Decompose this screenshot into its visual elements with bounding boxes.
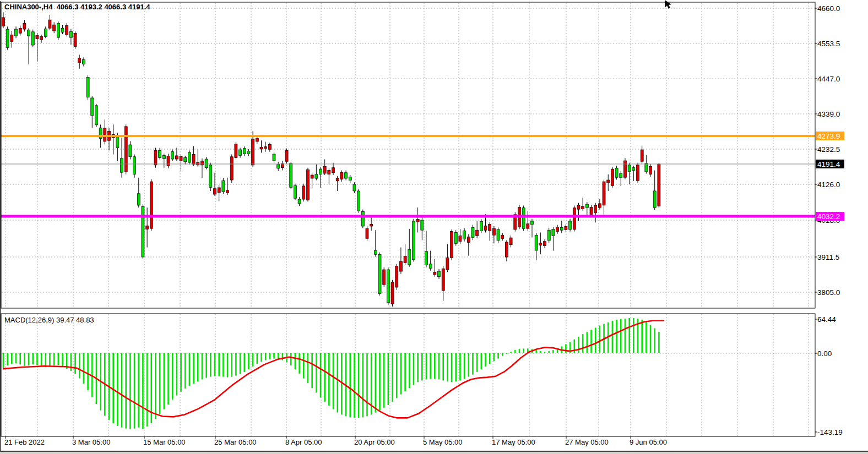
candle-body (302, 186, 305, 199)
candle-body (222, 180, 225, 192)
candle-body (332, 168, 335, 173)
candle-body (129, 145, 132, 157)
candle-body (598, 204, 601, 207)
candle-body (454, 232, 457, 243)
candle-body (78, 58, 81, 63)
candle-body (142, 206, 144, 257)
candle-body (205, 159, 208, 168)
candle-body (180, 156, 182, 161)
candle-body (323, 166, 326, 173)
candle-body (556, 227, 559, 232)
candle-body (429, 264, 432, 269)
candle-body (230, 157, 233, 180)
candle-body (86, 78, 89, 97)
candle-body (6, 29, 9, 47)
candle-body (509, 238, 512, 245)
candle-body (361, 211, 364, 226)
candle-body (31, 32, 34, 45)
candle-body (421, 220, 424, 230)
candle-body (497, 229, 500, 240)
candle-body (48, 20, 51, 28)
candle-body (649, 166, 652, 174)
candle-body (74, 33, 77, 46)
price-axis-label: 4232.5 (817, 145, 840, 154)
candle-body (315, 174, 318, 178)
mt4-chart-window: 4660.04553.54447.04339.04232.54126.04018… (0, 0, 868, 454)
candle-body (133, 157, 136, 174)
candle-body (611, 169, 614, 185)
candle-body (370, 224, 373, 226)
candle-body (167, 156, 170, 166)
last-price-tag: 4191.4 (817, 160, 840, 168)
candle-body (82, 60, 85, 64)
candle-body (476, 230, 479, 236)
candle-body (492, 228, 495, 235)
candle-body (603, 182, 605, 205)
candle-body (501, 235, 504, 238)
candle-body (505, 242, 508, 257)
macd-axis-label: 0.00 (817, 349, 832, 358)
candle-body (91, 98, 94, 116)
candle-body (10, 35, 13, 41)
candle-body (184, 158, 187, 162)
window-bottom-strip (0, 452, 868, 454)
candle-body (451, 232, 453, 258)
candle-body (214, 189, 216, 194)
candle-body (124, 127, 127, 172)
candle-body (311, 175, 313, 178)
candle-body (623, 161, 626, 177)
candle-body (378, 254, 381, 293)
candle-body (294, 185, 296, 198)
price-axis-label: 4447.0 (817, 75, 840, 83)
candle-body (137, 194, 140, 205)
candle-body (247, 151, 250, 154)
candle-body (383, 270, 386, 285)
candle-body (366, 228, 368, 238)
macd-axis-label: -143.19 (817, 428, 843, 436)
candle-body (226, 190, 229, 193)
candle-body (146, 226, 149, 229)
candle-body (585, 204, 588, 207)
candle-body (256, 139, 258, 141)
time-axis-label: 3 Mar 05:00 (72, 438, 110, 446)
candle-body (268, 144, 271, 149)
candle-body (412, 221, 415, 260)
candle-body (290, 163, 292, 187)
candle-body (2, 18, 5, 26)
price-axis-label: 3805.0 (817, 288, 840, 297)
time-axis-label: 27 May 05:00 (565, 438, 609, 446)
candle-body (628, 165, 631, 172)
time-axis-label: 20 Apr 05:00 (354, 438, 395, 446)
candle-body (573, 208, 576, 229)
time-axis-label: 9 Jun 05:00 (630, 438, 667, 446)
candle-body (154, 150, 157, 165)
candle-body (433, 272, 436, 275)
candle-body (197, 162, 199, 165)
candle-body (442, 269, 444, 291)
candle-body (298, 199, 301, 204)
resistance-price-tag: 4273.9 (817, 132, 840, 140)
candle-body (653, 191, 656, 207)
candle-body (594, 205, 597, 213)
candle-body (590, 207, 593, 215)
candle-body (159, 150, 161, 157)
candle-body (336, 178, 339, 181)
price-axis-label: 4553.5 (817, 40, 840, 48)
price-axis-label: 3911.5 (817, 253, 839, 261)
candle-body (565, 227, 567, 230)
candle-body (264, 147, 267, 149)
time-axis-label: 8 Apr 05:00 (285, 438, 322, 446)
candle-body (357, 191, 360, 211)
time-axis-label: 5 May 05:00 (423, 438, 463, 446)
time-axis-label: 25 Mar 05:00 (214, 438, 257, 446)
candle-body (489, 224, 491, 231)
candle-body (544, 242, 546, 246)
candle-body (615, 168, 618, 177)
candle-body (239, 150, 242, 155)
candle-body (404, 256, 406, 262)
candle-body (19, 28, 21, 33)
candle-body (61, 28, 64, 32)
candle-body (171, 152, 174, 159)
candle-body (391, 282, 394, 304)
candle-body (620, 173, 622, 178)
